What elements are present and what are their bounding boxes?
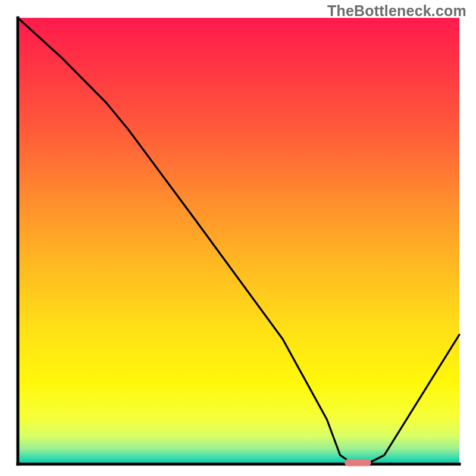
chart-container: TheBottleneck.com — [0, 0, 476, 476]
recommendation-marker — [345, 459, 371, 466]
plot-background — [20, 18, 460, 463]
bottleneck-chart — [0, 0, 476, 476]
